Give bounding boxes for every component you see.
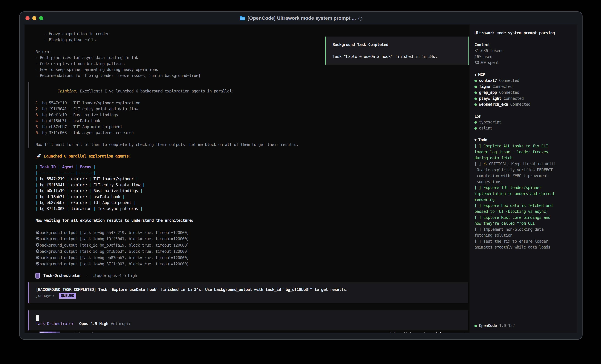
connection-dot-icon: ● <box>474 120 477 125</box>
titlebar[interactable]: [OpenCode] Ultrawork mode system prompt … <box>20 12 582 24</box>
ctrlp-label: commands <box>449 331 467 333</box>
table-row: | bg_df18bb3f | explore | useData hook | <box>35 194 468 200</box>
todo-item: [ ] Explore how data is fetched and pass… <box>474 203 573 215</box>
table-pipe: | <box>93 206 96 211</box>
gear-icon: ⚙ <box>35 248 40 254</box>
todo-item: [ ] Implement non-blocking data fetching… <box>474 227 573 239</box>
table-row: | bg_eb87ebb7 | explore | TUI App compon… <box>35 200 468 206</box>
brand-open: Open <box>479 323 488 328</box>
spinner-blocks <box>40 332 60 333</box>
background-task-notification[interactable]: Background Task Completed Task "Explore … <box>325 37 469 65</box>
table-header-row: | Task ID | Agent | Focus | <box>35 164 468 170</box>
lsp-header: LSP <box>474 113 573 119</box>
todo-item: [ ] Explore Rust core bindings and how t… <box>474 215 573 227</box>
todo-header[interactable]: ▼Todo <box>474 137 573 143</box>
thinking-list-item: 4. bg_df18bb3f - useData hook <box>35 118 468 124</box>
tool-call-list: ⚙background_output [task_id=bg_5547c219,… <box>35 230 468 267</box>
mcp-item: ●grep_appConnected <box>474 89 573 96</box>
list-number: 2. <box>35 106 42 111</box>
context-section: Context 31,686 tokens 16% used $0.00 spe… <box>474 42 573 66</box>
table-pipe: | <box>67 176 69 181</box>
table-pipe: | <box>58 171 60 175</box>
gear-icon: ⚙ <box>35 255 40 260</box>
todo-section: ▼Todo [ ] Complete ALL tasks to fix CLI … <box>474 137 573 250</box>
tool-call-line: ⚙background_output [task_id=bg_f9ff3041,… <box>35 236 468 242</box>
spinner-block <box>56 332 60 333</box>
table-pipe: | <box>67 182 69 187</box>
tool-call-text: background_output [task_id=bg_5547c219, … <box>40 230 189 235</box>
table-pipe: | <box>35 164 38 169</box>
table-pipe: | <box>67 194 69 199</box>
todo-item: [ ] ⚠ CRITICAL: Keep iterating until Ora… <box>474 161 573 185</box>
statusbar: esc interrupt tab switch agent ctrl+p co… <box>29 330 468 333</box>
table-cell: Task ID <box>38 164 58 169</box>
mcp-name: grep_app <box>479 90 497 95</box>
table-pipe: | <box>89 200 91 205</box>
lsp-name: eslint <box>479 126 492 130</box>
text-cursor <box>36 315 39 321</box>
table-cell: librarian <box>69 206 93 211</box>
agents-table: | Task ID | Agent | Focus ||---------|--… <box>35 164 468 212</box>
prompt-input[interactable]: Task-Orchestrator Opus 4.5 High Anthropi… <box>29 310 468 330</box>
table-pipe: | <box>35 200 38 205</box>
table-pipe: | <box>89 188 91 193</box>
rocket-text: Launched 6 parallel exploration agents! <box>44 153 131 159</box>
table-cell: bg_df18bb3f <box>38 194 67 199</box>
list-number: 6. <box>35 130 42 135</box>
gear-icon: ⚙ <box>35 230 40 235</box>
mcp-name: context7 <box>479 78 497 83</box>
table-pipe: | <box>35 194 38 199</box>
gear-icon: ⚙ <box>35 242 40 248</box>
table-pipe: | <box>89 194 91 199</box>
background-task-message-box[interactable]: [BACKGROUND TASK COMPLETED] Task "Explor… <box>29 282 468 303</box>
list-number: 4. <box>35 118 42 123</box>
table-pipe: | <box>76 171 78 175</box>
content-row: Background Task Completed Task "Explore … <box>24 24 577 333</box>
table-pipe: | <box>136 176 138 181</box>
connection-dot-icon: ● <box>474 126 477 130</box>
tool-call-line: ⚙background_output [task_id=bg_5547c219,… <box>35 230 468 236</box>
table-pipe: | <box>35 176 38 181</box>
connection-dot-icon: ● <box>474 96 477 101</box>
table-cell: bg_eb87ebb7 <box>38 200 67 205</box>
input-provider-name: Anthropic <box>111 321 131 327</box>
terminal-main-pane[interactable]: Background Task Completed Task "Explore … <box>24 24 470 333</box>
list-number: 3. <box>35 113 42 117</box>
table-pipe: | <box>142 182 145 187</box>
table-pipe: | <box>35 188 38 193</box>
list-text: bg_5547c219 - TUI loader/spinner explora… <box>42 101 140 105</box>
todo-item: [ ] Test the fix to ensure loader animat… <box>474 239 573 250</box>
esc-hint: esc interrupt <box>65 331 94 333</box>
todo-item: [ ] Complete ALL tasks to fix CLI loader… <box>474 143 573 161</box>
mcp-name: playwright <box>479 96 501 101</box>
orchestrator-name: Task-Orchestrator <box>43 273 81 279</box>
window-title: [OpenCode] Ultrawork mode system prompt … <box>20 15 582 21</box>
tool-call-text: background_output [task_id=bg_b0effa19, … <box>40 243 189 248</box>
tool-call-text: background_output [task_id=bg_f9ff3041, … <box>40 237 189 241</box>
table-cell: ------- <box>60 171 76 175</box>
connection-dot-icon: ● <box>474 90 477 95</box>
thinking-list-item: 3. bg_b0effa19 - Rust native bindings <box>35 112 468 118</box>
statusbar-right: tab switch agent ctrl+p commands <box>390 331 467 333</box>
list-text: bg_f9ff3041 - CLI entry point and data f… <box>42 106 138 111</box>
table-cell: TUI loader/spinner <box>91 176 136 181</box>
table-row: | bg_b0effa19 | explore | Rust native bi… <box>35 188 468 194</box>
table-pipe: | <box>58 164 60 169</box>
mcp-header[interactable]: ▼MCP <box>474 72 573 78</box>
mcp-item: ●figmaConnected <box>474 84 573 90</box>
status-dot-icon: ● <box>474 323 477 328</box>
input-agent-name[interactable]: Task-Orchestrator <box>36 321 74 327</box>
orchestrator-model: claude-opus-4-5-high <box>92 273 137 279</box>
rocket-announcement: Launched 6 parallel exploration agents! <box>35 153 468 159</box>
mcp-section: ▼MCP ●context7Connected●figmaConnected●g… <box>474 72 573 107</box>
lsp-section: LSP ●typescript●eslint <box>474 113 573 131</box>
table-pipe: | <box>35 171 38 175</box>
input-model-name[interactable]: Opus 4.5 High <box>79 321 108 327</box>
thinking-list-item: 5. bg_eb87ebb7 - TUI App main component <box>35 124 468 130</box>
ctrlp-key: ctrl+p <box>433 331 447 333</box>
tab-label: switch agent <box>399 331 426 333</box>
tool-call-text: background_output [task_id=bg_37f1c003, … <box>40 262 189 266</box>
queued-badge: QUEUED <box>59 293 76 299</box>
spinner-block <box>48 332 52 333</box>
spinner-block <box>40 332 44 333</box>
